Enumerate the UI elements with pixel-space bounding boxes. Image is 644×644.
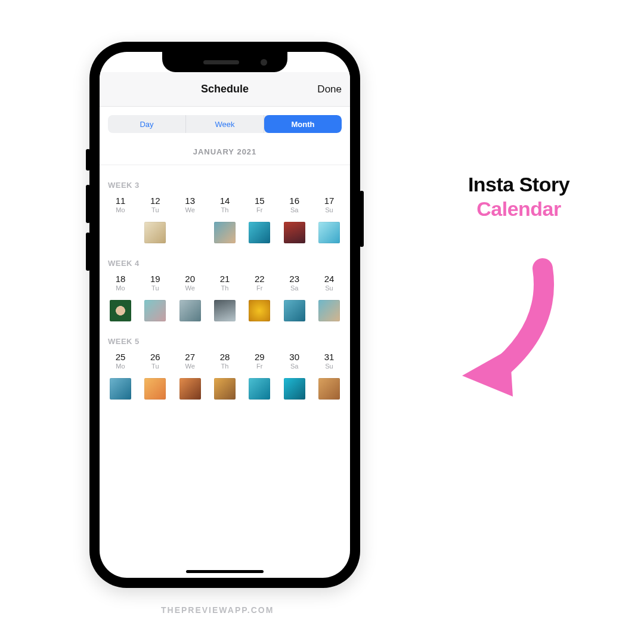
story-thumbnail[interactable] bbox=[144, 300, 166, 321]
story-thumbnail[interactable] bbox=[179, 300, 201, 321]
segment-day[interactable]: Day bbox=[108, 115, 186, 133]
calendar-day[interactable]: 17Su bbox=[315, 196, 343, 213]
view-segmented-control: Day Week Month bbox=[108, 115, 342, 133]
calendar-day[interactable]: 18Mo bbox=[107, 274, 134, 292]
day-number: 26 bbox=[141, 352, 169, 362]
day-number: 21 bbox=[211, 274, 239, 284]
thumb-cell bbox=[246, 300, 273, 321]
thumb-cell bbox=[281, 222, 308, 243]
thumb-cell bbox=[107, 378, 134, 400]
thumb-cell bbox=[177, 222, 204, 243]
thumb-cell bbox=[315, 300, 343, 321]
promo-line-2: Calendar bbox=[417, 197, 620, 221]
segment-week[interactable]: Week bbox=[186, 115, 264, 133]
story-thumbnail[interactable] bbox=[214, 300, 236, 321]
week-label: WEEK 3 bbox=[108, 181, 343, 190]
thumb-cell bbox=[177, 378, 204, 400]
story-thumbnail[interactable] bbox=[284, 300, 305, 321]
calendar-day[interactable]: 11Mo bbox=[107, 196, 134, 213]
day-number: 12 bbox=[141, 196, 169, 206]
promo-text: Insta Story Calendar bbox=[417, 173, 620, 221]
calendar-day[interactable]: 16Sa bbox=[281, 196, 308, 213]
day-number: 19 bbox=[141, 274, 169, 284]
calendar-day[interactable]: 26Tu bbox=[141, 352, 169, 370]
calendar-day[interactable]: 20We bbox=[177, 274, 204, 292]
day-abbr: Th bbox=[211, 363, 239, 370]
calendar-day[interactable]: 22Fr bbox=[246, 274, 273, 292]
story-thumbnail[interactable] bbox=[318, 378, 340, 400]
day-number: 16 bbox=[281, 196, 308, 206]
story-thumbnail[interactable] bbox=[110, 300, 131, 321]
day-number: 31 bbox=[315, 352, 343, 362]
day-number: 13 bbox=[177, 196, 204, 206]
day-number: 22 bbox=[246, 274, 273, 284]
story-thumbnail[interactable] bbox=[284, 222, 305, 243]
day-abbr: Su bbox=[315, 363, 343, 370]
calendar-day[interactable]: 14Th bbox=[211, 196, 239, 213]
day-abbr: Mo bbox=[107, 363, 134, 370]
day-abbr: Sa bbox=[281, 363, 308, 370]
day-number: 14 bbox=[211, 196, 239, 206]
day-abbr: Mo bbox=[107, 284, 134, 292]
story-thumbnail[interactable] bbox=[144, 378, 166, 400]
day-abbr: Sa bbox=[281, 206, 308, 213]
month-heading: JANUARY 2021 bbox=[100, 139, 350, 165]
calendar-day[interactable]: 31Su bbox=[315, 352, 343, 370]
day-number: 28 bbox=[211, 352, 239, 362]
day-number: 17 bbox=[315, 196, 343, 206]
calendar-day[interactable]: 21Th bbox=[211, 274, 239, 292]
day-abbr: Tu bbox=[141, 284, 169, 292]
calendar-week: WEEK 525Mo26Tu27We28Th29Fr30Sa31Su bbox=[107, 321, 343, 400]
thumb-cell bbox=[177, 300, 204, 321]
day-number: 20 bbox=[177, 274, 204, 284]
calendar-day[interactable]: 12Tu bbox=[141, 196, 169, 213]
day-abbr: Tu bbox=[141, 206, 169, 213]
footer-watermark: THEPREVIEWAPP.COM bbox=[161, 605, 274, 615]
calendar-day[interactable]: 28Th bbox=[211, 352, 239, 370]
day-number: 24 bbox=[315, 274, 343, 284]
story-thumbnail[interactable] bbox=[318, 222, 340, 243]
story-thumbnail[interactable] bbox=[284, 378, 305, 400]
day-number: 30 bbox=[281, 352, 308, 362]
week-label: WEEK 4 bbox=[108, 259, 343, 268]
calendar-body: WEEK 311Mo12Tu13We14Th15Fr16Sa17SuWEEK 4… bbox=[100, 165, 350, 400]
story-thumbnail[interactable] bbox=[249, 222, 270, 243]
thumb-cell bbox=[315, 222, 343, 243]
story-thumbnail[interactable] bbox=[110, 378, 131, 400]
calendar-day[interactable]: 15Fr bbox=[246, 196, 273, 213]
segment-month[interactable]: Month bbox=[264, 115, 342, 133]
story-thumbnail[interactable] bbox=[249, 378, 270, 400]
calendar-day[interactable]: 29Fr bbox=[246, 352, 273, 370]
calendar-day[interactable]: 24Su bbox=[315, 274, 343, 292]
story-thumbnail[interactable] bbox=[249, 300, 270, 321]
story-thumbnail[interactable] bbox=[214, 222, 236, 243]
day-abbr: We bbox=[177, 284, 204, 292]
day-abbr: Mo bbox=[107, 206, 134, 213]
thumb-cell bbox=[281, 378, 308, 400]
thumb-cell bbox=[141, 378, 169, 400]
day-abbr: We bbox=[177, 363, 204, 370]
calendar-day[interactable]: 30Sa bbox=[281, 352, 308, 370]
thumb-cell bbox=[281, 300, 308, 321]
day-abbr: We bbox=[177, 206, 204, 213]
day-number: 18 bbox=[107, 274, 134, 284]
calendar-day[interactable]: 25Mo bbox=[107, 352, 134, 370]
day-number: 27 bbox=[177, 352, 204, 362]
story-thumbnail[interactable] bbox=[214, 378, 236, 400]
story-thumbnail[interactable] bbox=[179, 378, 201, 400]
calendar-day[interactable]: 27We bbox=[177, 352, 204, 370]
story-thumbnail[interactable] bbox=[144, 222, 166, 243]
calendar-day[interactable]: 13We bbox=[177, 196, 204, 213]
day-abbr: Sa bbox=[281, 284, 308, 292]
phone-notch bbox=[162, 52, 287, 72]
phone-frame: Schedule Done Day Week Month JANUARY 202… bbox=[89, 42, 360, 588]
done-button[interactable]: Done bbox=[317, 83, 342, 95]
home-indicator[interactable] bbox=[186, 570, 264, 573]
story-thumbnail[interactable] bbox=[318, 300, 340, 321]
calendar-day[interactable]: 19Tu bbox=[141, 274, 169, 292]
day-number: 11 bbox=[107, 196, 134, 206]
calendar-week: WEEK 311Mo12Tu13We14Th15Fr16Sa17Su bbox=[107, 165, 343, 243]
calendar-day[interactable]: 23Sa bbox=[281, 274, 308, 292]
phone-vol-down bbox=[86, 233, 90, 271]
day-number: 23 bbox=[281, 274, 308, 284]
